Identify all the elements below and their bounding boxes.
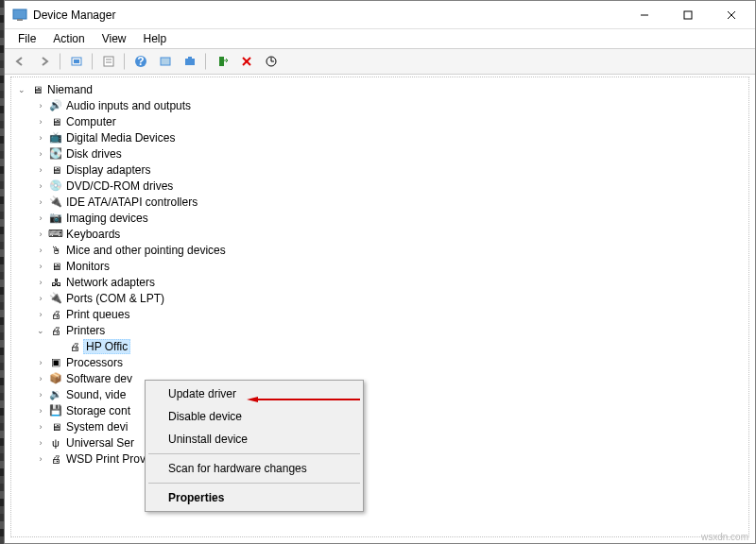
caret-right-icon[interactable]: › [34, 99, 47, 112]
tree-node[interactable]: ›▣Processors [11, 354, 748, 370]
tree-node[interactable]: ›🖱Mice and other pointing devices [11, 242, 748, 258]
menu-file[interactable]: File [10, 30, 43, 47]
tree-node[interactable]: ›🖥Display adapters [11, 162, 748, 178]
port-icon: 🔌 [47, 291, 64, 306]
caret-right-icon[interactable]: › [34, 356, 47, 369]
caret-down-icon[interactable]: ⌄ [34, 324, 47, 337]
tree-node-label: Digital Media Devices [64, 131, 177, 144]
computer-icon: 🖥 [28, 82, 45, 97]
close-button[interactable] [710, 1, 753, 29]
tree-node[interactable]: ⌄🖨Printers [11, 322, 748, 338]
imaging-icon: 📷 [47, 211, 64, 226]
tree-node[interactable]: ›🔌Ports (COM & LPT) [11, 290, 748, 306]
tree-node[interactable]: ›💿DVD/CD-ROM drives [11, 178, 748, 194]
system-icon: 🖥 [47, 419, 64, 434]
device-tree-panel[interactable]: ⌄🖥Niemand›🔊Audio inputs and outputs›🖥Com… [10, 76, 749, 537]
caret-right-icon[interactable]: › [34, 228, 47, 241]
caret-right-icon[interactable]: › [34, 292, 47, 305]
toolbar: ? [5, 48, 755, 75]
caret-right-icon[interactable]: › [34, 436, 47, 450]
tree-node-label: Sound, vide [64, 388, 128, 401]
caret-right-icon[interactable]: › [34, 131, 47, 144]
nav-forward-button[interactable] [33, 51, 56, 72]
caret-right-icon[interactable]: › [34, 420, 47, 434]
menu-help[interactable]: Help [136, 30, 175, 47]
caret-right-icon[interactable]: › [34, 372, 47, 385]
caret-right-icon[interactable]: › [34, 452, 47, 466]
tree-node[interactable]: ›🖥System devi [11, 418, 748, 434]
display-icon: 🖥 [47, 162, 64, 178]
tree-node[interactable]: ›🔊Audio inputs and outputs [11, 97, 748, 113]
caret-right-icon[interactable]: › [34, 212, 47, 225]
tree-node[interactable]: ›💽Disk drives [11, 145, 748, 162]
caret-right-icon[interactable]: › [34, 276, 47, 289]
usb-icon: ψ [47, 435, 64, 450]
caret-right-icon[interactable]: › [34, 260, 47, 273]
mouse-icon: 🖱 [47, 243, 64, 258]
caret-right-icon[interactable]: › [34, 388, 47, 401]
update-button[interactable] [260, 51, 283, 72]
menu-view[interactable]: View [94, 30, 134, 47]
help-button[interactable]: ? [129, 51, 152, 72]
cpu-icon: ▣ [47, 355, 64, 370]
caret-right-icon[interactable]: › [34, 244, 47, 257]
properties-button[interactable] [97, 51, 120, 72]
maximize-button[interactable] [666, 1, 710, 29]
printer-icon: 🖨 [66, 339, 83, 354]
show-hidden-button[interactable] [65, 51, 88, 72]
tree-node[interactable]: ›🖨Print queues [11, 306, 748, 322]
svg-rect-13 [161, 58, 170, 65]
tree-node[interactable]: ›📷Imaging devices [11, 210, 748, 226]
device-manager-window: Device Manager File Action View Help ? ⌄… [4, 0, 756, 544]
tree-node[interactable]: ⌄🖥Niemand [11, 81, 748, 97]
tree-node-label: Ports (COM & LPT) [64, 292, 166, 305]
uninstall-button[interactable] [235, 51, 258, 72]
scan-hardware-button[interactable] [179, 51, 201, 72]
menu-action[interactable]: Action [45, 30, 92, 47]
tree-node[interactable]: ›💾Storage cont [11, 402, 748, 418]
caret-down-icon[interactable]: ⌄ [15, 83, 28, 96]
context-menu-item[interactable]: Update driver [147, 382, 361, 405]
media-icon: 📺 [47, 130, 64, 145]
caret-right-icon[interactable]: › [34, 115, 47, 128]
tree-node[interactable]: ›🔌IDE ATA/ATAPI controllers [11, 194, 748, 210]
watermark: wsxdn.com [701, 532, 748, 542]
tree-node[interactable]: 🖨HP Offic [11, 338, 748, 354]
sound-icon: 🔉 [47, 387, 64, 402]
computer-icon: 🖥 [47, 114, 64, 129]
tree-node-label: Monitors [64, 260, 112, 273]
caret-right-icon[interactable]: › [34, 308, 47, 321]
caret-right-icon[interactable]: › [34, 404, 47, 417]
tree-node[interactable]: ›🖥Monitors [11, 258, 748, 274]
tree-node[interactable]: ›🔉Sound, vide [11, 386, 748, 402]
tree-node[interactable]: ›ψUniversal Ser [11, 434, 748, 450]
svg-rect-0 [13, 9, 26, 19]
tree-node[interactable]: ›🖨WSD Print Provider [11, 450, 748, 467]
tree-node[interactable]: ›🖥Computer [11, 113, 748, 129]
ide-icon: 🔌 [47, 195, 64, 210]
menubar: File Action View Help [5, 29, 755, 48]
context-menu-item[interactable]: Disable device [147, 405, 361, 428]
action-button[interactable] [154, 51, 177, 72]
tree-node[interactable]: ›📦Software dev [11, 370, 748, 386]
tree-node[interactable]: ›🖧Network adapters [11, 274, 748, 290]
caret-right-icon[interactable]: › [34, 147, 47, 161]
caret-right-icon[interactable]: › [34, 196, 47, 209]
svg-rect-16 [219, 57, 224, 66]
nav-back-button[interactable] [9, 51, 31, 72]
titlebar[interactable]: Device Manager [5, 1, 755, 29]
context-menu-item[interactable]: Scan for hardware changes [147, 457, 361, 480]
tree-node-label: HP Offic [83, 339, 130, 354]
cd-icon: 💿 [47, 178, 64, 194]
context-menu-item[interactable]: Uninstall device [147, 428, 361, 450]
enable-button[interactable] [211, 51, 233, 72]
tree-node[interactable]: ›⌨Keyboards [11, 226, 748, 242]
context-menu-item[interactable]: Properties [147, 486, 361, 509]
tree-node-label: Disk drives [64, 147, 124, 161]
svg-rect-8 [104, 57, 113, 66]
caret-right-icon[interactable]: › [34, 179, 47, 193]
tree-node[interactable]: ›📺Digital Media Devices [11, 129, 748, 145]
caret-right-icon[interactable]: › [34, 163, 47, 177]
tree-node-label: Computer [64, 115, 118, 128]
minimize-button[interactable] [623, 1, 666, 29]
